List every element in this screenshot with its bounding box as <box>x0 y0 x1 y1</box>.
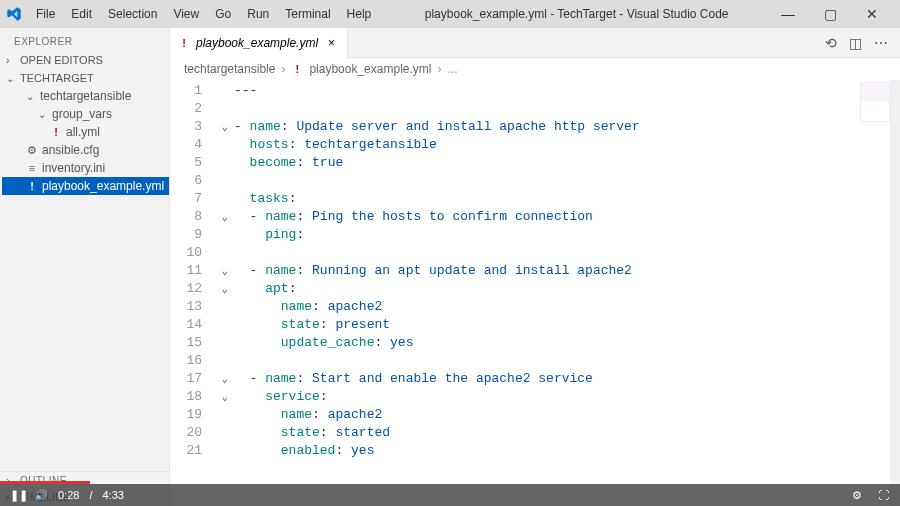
sidebar: EXPLORER › OPEN EDITORS ⌄ TECHTARGET ⌄ t… <box>0 28 170 506</box>
code-line[interactable]: update_cache: yes <box>234 334 900 352</box>
code-line[interactable]: become: true <box>234 154 900 172</box>
ini-file-icon <box>26 162 38 174</box>
file-label: ansible.cfg <box>42 143 99 157</box>
code-line[interactable]: tasks: <box>234 190 900 208</box>
yaml-file-icon: ! <box>178 37 190 49</box>
chevron-down-icon: ⌄ <box>26 91 36 102</box>
open-editors-section[interactable]: › OPEN EDITORS <box>0 51 169 69</box>
tree-file[interactable]: inventory.ini <box>2 159 169 177</box>
tab-label: playbook_example.yml <box>196 36 318 50</box>
minimize-icon[interactable]: — <box>774 6 802 22</box>
yaml-file-icon: ! <box>50 126 62 138</box>
menu-view[interactable]: View <box>165 3 207 25</box>
tree-file[interactable]: ! all.yml <box>2 123 169 141</box>
editor-tabs: ! playbook_example.yml × ⟲ ◫ ⋯ <box>170 28 900 58</box>
code-line[interactable] <box>234 100 900 118</box>
maximize-icon[interactable]: ▢ <box>816 6 844 22</box>
code-line[interactable]: enabled: yes <box>234 442 900 460</box>
breadcrumb-part[interactable]: playbook_example.yml <box>309 62 431 76</box>
gutter: 123456789101112131415161718192021 ⌄⌄⌄⌄⌄⌄ <box>170 80 228 506</box>
pause-icon[interactable]: ❚❚ <box>10 489 24 502</box>
folder-label: group_vars <box>52 107 112 121</box>
progress-fill <box>0 481 90 484</box>
file-label: all.yml <box>66 125 100 139</box>
file-tree: ⌄ techtargetansible ⌄ group_vars ! all.y… <box>0 87 169 195</box>
current-time: 0:28 <box>58 489 79 501</box>
gear-icon <box>26 144 38 157</box>
close-tab-icon[interactable]: × <box>324 36 339 50</box>
menu-file[interactable]: File <box>28 3 63 25</box>
menu-selection[interactable]: Selection <box>100 3 165 25</box>
tab-actions: ⟲ ◫ ⋯ <box>825 35 900 51</box>
code-line[interactable]: service: <box>234 388 900 406</box>
code-line[interactable] <box>234 244 900 262</box>
workspace-section[interactable]: ⌄ TECHTARGET <box>0 69 169 87</box>
volume-icon[interactable]: 🔊 <box>34 489 48 502</box>
code-line[interactable] <box>234 352 900 370</box>
chevron-right-icon: › <box>6 55 16 66</box>
code-line[interactable]: - name: Update server and install apache… <box>234 118 900 136</box>
tree-file-active[interactable]: ! playbook_example.yml <box>2 177 169 195</box>
yaml-file-icon: ! <box>26 180 38 192</box>
compare-changes-icon[interactable]: ⟲ <box>825 35 837 51</box>
fullscreen-icon[interactable]: ⛶ <box>876 489 890 502</box>
split-editor-icon[interactable]: ◫ <box>849 35 862 51</box>
progress-track[interactable] <box>0 481 900 484</box>
yaml-file-icon: ! <box>291 63 303 75</box>
file-label: playbook_example.yml <box>42 179 164 193</box>
menu-go[interactable]: Go <box>207 3 239 25</box>
window-controls: — ▢ ✕ <box>774 6 896 22</box>
file-label: inventory.ini <box>42 161 105 175</box>
tree-file[interactable]: ansible.cfg <box>2 141 169 159</box>
tree-folder[interactable]: ⌄ techtargetansible <box>2 87 169 105</box>
code-line[interactable]: hosts: techtargetansible <box>234 136 900 154</box>
menu-edit[interactable]: Edit <box>63 3 100 25</box>
settings-icon[interactable]: ⚙ <box>850 489 864 502</box>
breadcrumb-separator: › <box>281 62 285 76</box>
tree-folder[interactable]: ⌄ group_vars <box>2 105 169 123</box>
menu-help[interactable]: Help <box>339 3 380 25</box>
video-player-bar: ❚❚ 🔊 0:28 / 4:33 ⚙ ⛶ <box>0 484 900 506</box>
minimap[interactable] <box>860 82 890 122</box>
code-line[interactable]: - name: Start and enable the apache2 ser… <box>234 370 900 388</box>
menu-terminal[interactable]: Terminal <box>277 3 338 25</box>
code-editor[interactable]: 123456789101112131415161718192021 ⌄⌄⌄⌄⌄⌄… <box>170 80 900 506</box>
close-icon[interactable]: ✕ <box>858 6 886 22</box>
code-line[interactable]: name: apache2 <box>234 298 900 316</box>
chevron-down-icon: ⌄ <box>6 73 16 84</box>
breadcrumb[interactable]: techtargetansible › ! playbook_example.y… <box>170 58 900 80</box>
code-line[interactable]: - name: Running an apt update and instal… <box>234 262 900 280</box>
breadcrumb-more: ... <box>447 62 457 76</box>
menu-run[interactable]: Run <box>239 3 277 25</box>
code-line[interactable]: apt: <box>234 280 900 298</box>
vscode-logo-icon <box>6 6 22 22</box>
total-time: 4:33 <box>102 489 123 501</box>
explorer-heading: EXPLORER <box>0 28 169 51</box>
breadcrumb-separator: › <box>437 62 441 76</box>
window-title: playbook_example.yml - TechTarget - Visu… <box>379 7 774 21</box>
breadcrumb-part[interactable]: techtargetansible <box>184 62 275 76</box>
code-line[interactable]: state: present <box>234 316 900 334</box>
code-line[interactable] <box>234 172 900 190</box>
code-line[interactable]: state: started <box>234 424 900 442</box>
active-tab[interactable]: ! playbook_example.yml × <box>170 28 348 58</box>
menubar: File Edit Selection View Go Run Terminal… <box>0 0 900 28</box>
folder-label: techtargetansible <box>40 89 131 103</box>
chevron-down-icon: ⌄ <box>38 109 48 120</box>
vertical-scrollbar[interactable] <box>890 80 900 506</box>
workspace-label: TECHTARGET <box>20 72 94 84</box>
open-editors-label: OPEN EDITORS <box>20 54 103 66</box>
time-separator: / <box>89 489 92 501</box>
code-line[interactable]: name: apache2 <box>234 406 900 424</box>
more-actions-icon[interactable]: ⋯ <box>874 35 888 51</box>
code-line[interactable]: - name: Ping the hosts to confirm connec… <box>234 208 900 226</box>
code-line[interactable]: --- <box>234 82 900 100</box>
code-line[interactable]: ping: <box>234 226 900 244</box>
